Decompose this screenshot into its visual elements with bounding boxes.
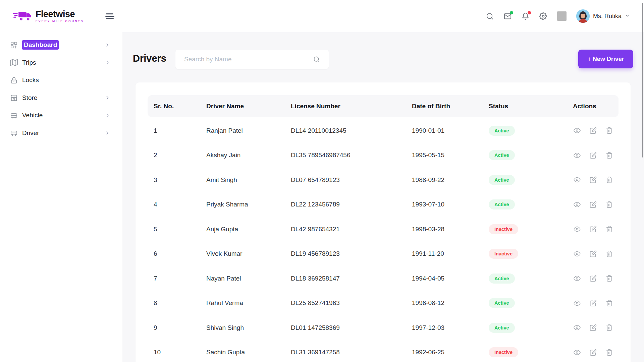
delete-icon[interactable] <box>606 226 613 233</box>
view-icon[interactable] <box>574 201 581 208</box>
cell-driver-name: Vivek Kumar <box>206 250 291 257</box>
lock-icon <box>10 76 18 84</box>
delete-icon[interactable] <box>606 201 613 208</box>
cell-sr-no: 9 <box>154 324 206 331</box>
top-bar: Fleetwise EVERY MILE COUNTS <box>0 0 644 32</box>
placeholder-widget[interactable] <box>557 11 567 21</box>
edit-icon[interactable] <box>590 176 597 183</box>
edit-icon[interactable] <box>590 349 597 356</box>
cell-sr-no: 5 <box>154 226 206 233</box>
bell-icon[interactable] <box>522 12 530 20</box>
cell-dob: 1998-03-28 <box>412 226 489 233</box>
sidebar-item-store[interactable]: Store <box>0 89 122 107</box>
view-icon[interactable] <box>574 176 581 183</box>
row-actions <box>573 201 619 208</box>
table-row: 9 Shivan Singh DL01 147258369 1997-12-03… <box>148 315 619 340</box>
row-actions <box>573 127 619 134</box>
search-icon[interactable] <box>313 56 320 63</box>
page-title: Drivers <box>133 53 166 64</box>
bell-notification-dot <box>528 11 531 14</box>
cell-sr-no: 1 <box>154 127 206 134</box>
cell-driver-name: Sachin Gupta <box>206 349 291 356</box>
chevron-right-icon <box>105 113 110 118</box>
delete-icon[interactable] <box>606 275 613 282</box>
cell-dob: 1994-04-05 <box>412 275 489 282</box>
search-icon[interactable] <box>486 12 494 20</box>
cell-driver-name: Shivan Singh <box>206 324 291 331</box>
new-driver-button[interactable]: + New Driver <box>578 50 633 68</box>
delete-icon[interactable] <box>606 300 613 307</box>
delete-icon[interactable] <box>606 324 613 331</box>
vertical-scrollbar[interactable] <box>642 3 643 158</box>
row-actions <box>573 324 619 331</box>
edit-icon[interactable] <box>590 152 597 159</box>
column-header-sr-no: Sr. No. <box>154 103 206 110</box>
cell-sr-no: 8 <box>154 299 206 307</box>
cell-driver-name: Ranjan Patel <box>206 127 291 134</box>
brand-logo[interactable]: Fleetwise EVERY MILE COUNTS <box>13 10 84 23</box>
table-row: 1 Ranjan Patel DL14 20110012345 1990-01-… <box>148 118 619 143</box>
edit-icon[interactable] <box>590 300 597 307</box>
row-actions <box>573 300 619 307</box>
view-icon[interactable] <box>574 275 581 282</box>
sidebar-item-trips[interactable]: Trips <box>0 54 122 72</box>
cell-driver-name: Nayan Patel <box>206 275 291 282</box>
edit-icon[interactable] <box>590 250 597 257</box>
avatar <box>576 9 590 23</box>
chevron-right-icon <box>105 60 110 65</box>
view-icon[interactable] <box>574 250 581 257</box>
sidebar-item-dashboard[interactable]: Dashboard <box>0 36 122 54</box>
menu-toggle-icon[interactable] <box>103 11 116 21</box>
sidebar-item-label: Driver <box>22 129 39 137</box>
brand-tagline: EVERY MILE COUNTS <box>36 20 84 23</box>
delete-icon[interactable] <box>606 176 613 183</box>
edit-icon[interactable] <box>590 127 597 134</box>
table-row: 7 Nayan Patel DL18 369258147 1994-04-05 … <box>148 266 619 291</box>
cell-license: DL01 147258369 <box>291 324 412 331</box>
cell-sr-no: 3 <box>154 176 206 184</box>
gear-icon[interactable] <box>539 12 547 20</box>
user-menu[interactable]: Ms. Rutika <box>576 9 630 23</box>
view-icon[interactable] <box>574 300 581 307</box>
search-input[interactable] <box>175 50 329 69</box>
cell-dob: 1995-05-15 <box>412 152 489 159</box>
chevron-right-icon <box>105 130 110 136</box>
truck-logo-icon <box>13 10 34 22</box>
mail-icon[interactable] <box>504 12 512 20</box>
view-icon[interactable] <box>574 127 581 134</box>
delete-icon[interactable] <box>606 250 613 257</box>
view-icon[interactable] <box>574 226 581 233</box>
cell-dob: 1991-11-20 <box>412 250 489 257</box>
cell-dob: 1990-01-01 <box>412 127 489 134</box>
sidebar-item-driver[interactable]: Driver <box>0 124 122 142</box>
status-badge: Active <box>489 175 515 185</box>
cell-driver-name: Rahul Verma <box>206 299 291 307</box>
view-icon[interactable] <box>574 349 581 356</box>
delete-icon[interactable] <box>606 127 613 134</box>
status-badge: Active <box>489 126 515 136</box>
edit-icon[interactable] <box>590 226 597 233</box>
status-badge: Active <box>489 323 515 333</box>
sidebar-item-locks[interactable]: Locks <box>0 71 122 89</box>
table-row: 5 Anja Gupta DL42 987654321 1998-03-28 I… <box>148 217 619 242</box>
table-row: 6 Vivek Kumar DL19 456789123 1991-11-20 … <box>148 242 619 266</box>
delete-icon[interactable] <box>606 152 613 159</box>
view-icon[interactable] <box>574 152 581 159</box>
view-icon[interactable] <box>574 324 581 331</box>
cell-license: DL35 789546987456 <box>291 152 412 159</box>
table-row: 10 Sachin Gupta DL31 369147258 1992-06-2… <box>148 340 619 362</box>
sidebar-item-vehicle[interactable]: Vehicle <box>0 107 122 124</box>
status-badge: Active <box>489 199 515 209</box>
sidebar-item-label: Trips <box>22 59 36 66</box>
edit-icon[interactable] <box>590 275 597 282</box>
dashboard-icon <box>10 41 18 49</box>
search-box <box>175 50 329 69</box>
edit-icon[interactable] <box>590 201 597 208</box>
sidebar-item-label: Store <box>22 94 37 102</box>
edit-icon[interactable] <box>590 324 597 331</box>
driver-icon <box>10 129 18 137</box>
cell-license: DL22 123456789 <box>291 201 412 208</box>
column-header-license: License Number <box>291 103 412 110</box>
status-badge: Inactive <box>489 347 518 357</box>
delete-icon[interactable] <box>606 349 613 356</box>
